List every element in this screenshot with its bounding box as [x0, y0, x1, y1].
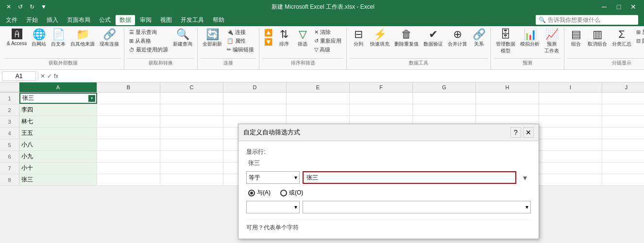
- cell-reference[interactable]: [2, 71, 36, 81]
- other-sources-button[interactable]: 📁 自其他来源: [68, 28, 97, 49]
- condition2-value-select[interactable]: ▾: [303, 201, 531, 213]
- insert-function-icon[interactable]: fx: [54, 73, 58, 80]
- cell-a2[interactable]: 李四: [19, 104, 97, 115]
- cell-b8[interactable]: [97, 174, 160, 185]
- cell-c6[interactable]: [160, 151, 223, 162]
- ungroup-button[interactable]: ▥ 取消组合: [586, 28, 609, 49]
- show-detail-button[interactable]: ⊞ 显示明细数据: [634, 28, 644, 36]
- flash-fill-button[interactable]: ⚡ 快速填充: [368, 28, 391, 49]
- cell-i8[interactable]: [539, 174, 602, 185]
- cell-b6[interactable]: [97, 151, 160, 162]
- col-header-d[interactable]: D: [223, 82, 287, 92]
- cell-c7[interactable]: [160, 162, 223, 174]
- menu-home[interactable]: 开始: [22, 15, 42, 25]
- search-bar[interactable]: 🔍: [536, 15, 638, 25]
- menu-file[interactable]: 文件: [2, 15, 21, 25]
- col-header-i[interactable]: I: [539, 82, 602, 92]
- cell-c2[interactable]: [160, 104, 223, 115]
- minimize-button[interactable]: ─: [597, 0, 611, 14]
- sort-desc-button[interactable]: 🔽: [262, 37, 274, 46]
- dialog-close-button[interactable]: ✕: [523, 127, 534, 138]
- undo-button[interactable]: ↺: [16, 2, 25, 12]
- condition1-value-input[interactable]: 张三: [303, 171, 516, 184]
- cell-i1[interactable]: [539, 93, 602, 104]
- condition2-operator-select[interactable]: ▾: [246, 201, 300, 213]
- col-header-j[interactable]: J: [602, 82, 644, 92]
- or-radio[interactable]: 或(O): [280, 189, 303, 197]
- close-button[interactable]: ✕: [627, 0, 640, 14]
- menu-review[interactable]: 审阅: [136, 15, 155, 25]
- subtotal-button[interactable]: Σ 分类汇总: [610, 28, 633, 49]
- cell-b5[interactable]: [97, 139, 160, 150]
- cell-i6[interactable]: [539, 151, 602, 162]
- existing-connections-button[interactable]: 🔗 现有连接: [98, 28, 121, 49]
- and-radio[interactable]: 与(A): [248, 189, 271, 197]
- filter-button[interactable]: ▽ 筛选: [294, 28, 311, 49]
- cell-b1[interactable]: [97, 93, 160, 104]
- cell-a5[interactable]: 小八: [19, 139, 97, 150]
- sort-asc-button[interactable]: 🔼: [262, 28, 274, 37]
- consolidate-button[interactable]: ⊕ 合并计算: [446, 28, 469, 49]
- recent-sources-button[interactable]: ⏱ 最近使用的源: [127, 46, 170, 54]
- menu-data[interactable]: 数据: [116, 15, 135, 25]
- cell-f1[interactable]: [350, 93, 413, 104]
- menu-formula[interactable]: 公式: [95, 15, 115, 25]
- edit-links-button[interactable]: ✏ 编辑链接: [225, 46, 256, 54]
- cell-f2[interactable]: [350, 104, 413, 115]
- cell-i2[interactable]: [539, 104, 602, 115]
- cell-d1[interactable]: [223, 93, 287, 104]
- custom-filter-dialog[interactable]: 自定义自动筛选方式 ? ✕ 显示行: 张三 等于 ▾ 张三 ▾: [238, 124, 539, 239]
- web-button[interactable]: 🌐 自网站: [30, 28, 48, 49]
- cell-e1[interactable]: [287, 93, 350, 104]
- cancel-formula-icon[interactable]: ✕: [40, 73, 45, 80]
- cell-b4[interactable]: [97, 128, 160, 139]
- cell-b2[interactable]: [97, 104, 160, 115]
- cell-i3[interactable]: [539, 116, 602, 127]
- from-table-button[interactable]: ⊞ 从表格: [127, 37, 170, 45]
- remove-duplicates-button[interactable]: 🗑 删除重复值: [392, 28, 421, 49]
- condition1-dropdown-btn[interactable]: ▾: [519, 173, 531, 182]
- cell-a1[interactable]: 张三 ▾: [19, 93, 97, 104]
- whatif-button[interactable]: 📊 模拟分析: [518, 28, 542, 49]
- cell-c5[interactable]: [160, 139, 223, 150]
- menu-view[interactable]: 视图: [156, 15, 176, 25]
- cell-i7[interactable]: [539, 162, 602, 174]
- cell-a4[interactable]: 王五: [19, 128, 97, 139]
- cell-c3[interactable]: [160, 116, 223, 127]
- search-input[interactable]: [548, 16, 635, 23]
- sort-button[interactable]: ⇅ 排序: [275, 28, 293, 49]
- col-header-f[interactable]: F: [350, 82, 413, 92]
- advanced-button[interactable]: ▽ 高级: [312, 46, 343, 54]
- col-header-a[interactable]: A: [19, 82, 97, 92]
- cell-c4[interactable]: [160, 128, 223, 139]
- cell-e2[interactable]: [287, 104, 350, 115]
- group-button[interactable]: ▤ 组合: [567, 28, 585, 49]
- maximize-button[interactable]: □: [612, 0, 626, 14]
- cell-c1[interactable]: [160, 93, 223, 104]
- cell-a8[interactable]: 张三: [19, 174, 97, 185]
- col-header-c[interactable]: C: [160, 82, 223, 92]
- cell-b7[interactable]: [97, 162, 160, 174]
- col-header-e[interactable]: E: [287, 82, 350, 92]
- redo-button[interactable]: ↻: [27, 2, 37, 12]
- cell-a7[interactable]: 小十: [19, 162, 97, 174]
- col-header-h[interactable]: H: [476, 82, 539, 92]
- menu-developer[interactable]: 开发工具: [177, 15, 208, 25]
- cell-h1[interactable]: [476, 93, 539, 104]
- cell-g1[interactable]: [413, 93, 476, 104]
- relationships-button[interactable]: 🔗 关系: [470, 28, 488, 49]
- new-query-button[interactable]: 🔍 新建查询: [171, 28, 194, 49]
- split-button[interactable]: ⊟ 分列: [350, 28, 367, 49]
- manage-model-button[interactable]: 🗄 管理数据模型: [494, 28, 517, 55]
- connections-button[interactable]: 🔌 连接: [225, 28, 256, 36]
- access-button[interactable]: 🅰 & Access: [5, 28, 29, 47]
- menu-page-layout[interactable]: 页面布局: [63, 15, 94, 25]
- cell-c8[interactable]: [160, 174, 223, 185]
- confirm-formula-icon[interactable]: ✓: [47, 73, 52, 80]
- cell-a3[interactable]: 林七: [19, 116, 97, 127]
- cell-h2[interactable]: [476, 104, 539, 115]
- reapply-button[interactable]: ↺ 重新应用: [312, 37, 343, 45]
- clear-button[interactable]: ✕ 清除: [312, 28, 343, 36]
- filter-dropdown-a1[interactable]: ▾: [88, 95, 95, 102]
- dialog-help-button[interactable]: ?: [510, 127, 521, 138]
